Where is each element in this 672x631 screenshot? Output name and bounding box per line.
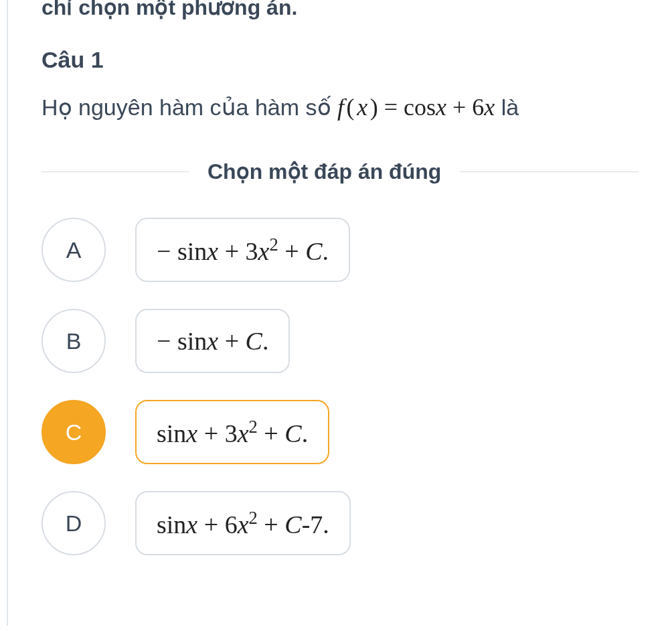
question-prefix: Họ nguyên hàm của hàm số: [41, 94, 337, 120]
option-letter-c[interactable]: C: [41, 400, 106, 464]
option-answer-c[interactable]: sinx + 3x2 + C.: [135, 400, 329, 464]
option-answer-b[interactable]: − sinx + C.: [135, 309, 290, 373]
option-row: B− sinx + C.: [41, 309, 639, 373]
option-answer-d[interactable]: sinx + 6x2 + C-7.: [135, 491, 351, 555]
option-letter-a[interactable]: A: [41, 218, 106, 282]
option-answer-a[interactable]: − sinx + 3x2 + C.: [135, 218, 350, 282]
option-row: Csinx + 3x2 + C.: [41, 400, 639, 464]
divider-line: [41, 171, 189, 172]
choose-divider: Chọn một đáp án đúng: [41, 159, 639, 184]
question-card: chỉ chọn một phương án. Câu 1 Họ nguyên …: [7, 0, 672, 626]
option-letter-b[interactable]: B: [41, 309, 106, 373]
divider-line: [460, 171, 639, 172]
choose-label: Chọn một đáp án đúng: [189, 159, 460, 184]
question-text: Họ nguyên hàm của hàm số f(x) = cosx + 6…: [41, 89, 639, 125]
option-row: Dsinx + 6x2 + C-7.: [41, 491, 639, 555]
question-title: Câu 1: [41, 47, 639, 73]
options-list: A− sinx + 3x2 + C.B− sinx + C.Csinx + 3x…: [41, 218, 639, 555]
top-instruction: chỉ chọn một phương án.: [41, 0, 639, 20]
question-formula: f(x) = cosx + 6x: [337, 94, 495, 120]
option-letter-d[interactable]: D: [41, 491, 106, 555]
question-suffix: là: [495, 94, 519, 120]
option-row: A− sinx + 3x2 + C.: [41, 218, 639, 282]
